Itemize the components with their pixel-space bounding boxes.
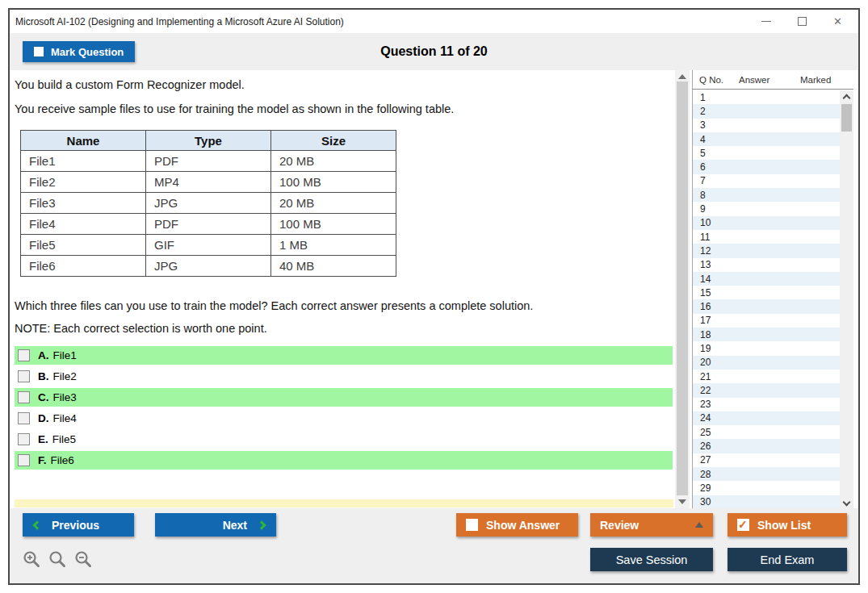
chevron-right-icon <box>257 520 266 529</box>
show-answer-label: Show Answer <box>486 519 560 532</box>
zoom-out-icon[interactable] <box>74 550 93 569</box>
show-answer-button[interactable]: Show Answer <box>456 513 578 537</box>
mark-question-button[interactable]: Mark Question <box>23 41 135 62</box>
table-cell: File1 <box>21 151 146 172</box>
close-icon[interactable]: ✕ <box>833 16 842 27</box>
end-exam-button[interactable]: End Exam <box>728 548 847 571</box>
question-list-row[interactable]: 17 <box>693 314 840 328</box>
question-list-row[interactable]: 9 <box>693 202 840 215</box>
previous-label: Previous <box>52 519 99 532</box>
question-list-row[interactable]: 6 <box>693 160 840 173</box>
question-list-row[interactable]: 1 <box>693 90 840 104</box>
question-list-row[interactable]: 11 <box>693 230 840 244</box>
mark-question-checkbox[interactable] <box>34 47 44 56</box>
question-list-row[interactable]: 19 <box>693 341 840 355</box>
show-list-button[interactable]: Show List <box>728 513 847 537</box>
question-number: 28 <box>693 469 732 480</box>
question-list-row[interactable]: 15 <box>693 286 840 299</box>
table-cell: 1 MB <box>271 235 396 256</box>
question-intro-line: You receive sample files to use for trai… <box>15 102 675 115</box>
option-checkbox[interactable] <box>18 391 30 403</box>
question-intro-line: You build a custom Form Recognizer model… <box>15 78 675 91</box>
list-scrollbar-thumb[interactable] <box>841 104 852 132</box>
question-list-row[interactable]: 3 <box>693 119 840 132</box>
option-checkbox[interactable] <box>18 370 30 382</box>
table-row: File3JPG20 MB <box>21 193 396 214</box>
list-scroll-down-icon[interactable] <box>843 499 851 507</box>
question-number: 25 <box>693 427 732 438</box>
question-list-row[interactable]: 13 <box>693 258 840 272</box>
list-scroll-up-icon[interactable] <box>843 94 851 102</box>
option-checkbox[interactable] <box>18 433 30 445</box>
question-number: 11 <box>693 232 732 243</box>
question-list-row[interactable]: 16 <box>693 299 840 313</box>
option-text: File5 <box>52 433 76 445</box>
list-scrollbar[interactable] <box>840 90 853 508</box>
question-list-row[interactable]: 10 <box>693 216 840 230</box>
question-list-row[interactable]: 5 <box>693 146 840 160</box>
answer-option-f[interactable]: F.File6 <box>15 451 673 470</box>
scroll-up-icon[interactable] <box>678 74 686 79</box>
question-list-row[interactable]: 27 <box>693 453 840 467</box>
content-scrollbar-thumb[interactable] <box>677 81 688 495</box>
question-list-row[interactable]: 4 <box>693 132 840 146</box>
option-text: File6 <box>51 454 74 466</box>
question-number: 21 <box>693 371 732 382</box>
answer-option-d[interactable]: D.File4 <box>15 409 673 428</box>
question-list-row[interactable]: 29 <box>693 481 840 495</box>
table-cell: 100 MB <box>271 172 396 193</box>
question-list-row[interactable]: 18 <box>693 328 840 341</box>
minimize-icon[interactable] <box>761 21 771 22</box>
question-list-row[interactable]: 7 <box>693 174 840 188</box>
next-button[interactable]: Next <box>155 513 276 537</box>
option-checkbox[interactable] <box>18 412 30 424</box>
question-list-row[interactable]: 20 <box>693 356 840 370</box>
maximize-icon[interactable] <box>798 17 807 26</box>
table-row: File5GIF1 MB <box>21 235 396 256</box>
question-prompt: Which three files can you use to train t… <box>15 299 675 312</box>
zoom-in-icon[interactable] <box>23 550 41 569</box>
question-number: 3 <box>693 119 732 131</box>
show-answer-checkbox[interactable] <box>466 519 478 531</box>
question-list-row[interactable]: 22 <box>693 383 840 397</box>
question-list-row[interactable]: 30 <box>693 495 840 508</box>
answer-option-a[interactable]: A.File1 <box>15 346 673 365</box>
scroll-down-icon[interactable] <box>678 499 686 504</box>
table-cell: File2 <box>21 172 146 193</box>
answer-option-b[interactable]: B.File2 <box>15 367 673 386</box>
answer-options: A.File1B.File2C.File3D.File4E.File5F.Fil… <box>15 346 673 470</box>
question-list-row[interactable]: 28 <box>693 467 840 481</box>
save-session-button[interactable]: Save Session <box>590 548 713 571</box>
app-window: Microsoft AI-102 (Designing and Implemen… <box>8 8 860 585</box>
mark-question-label: Mark Question <box>51 46 124 58</box>
question-list-row[interactable]: 25 <box>693 425 840 439</box>
question-list-row[interactable]: 21 <box>693 370 840 383</box>
zoom-reset-icon[interactable] <box>48 550 67 569</box>
answer-option-e[interactable]: E.File5 <box>15 430 673 449</box>
content-scrollbar[interactable] <box>675 70 690 508</box>
question-number: 16 <box>693 301 732 312</box>
show-list-checkbox[interactable] <box>737 519 749 531</box>
question-list-row[interactable]: 23 <box>693 398 840 411</box>
option-letter: C. <box>38 391 49 403</box>
window-title: Microsoft AI-102 (Designing and Implemen… <box>15 16 344 27</box>
answer-option-c[interactable]: C.File3 <box>15 388 673 407</box>
column-header-answer: Answer <box>739 75 800 85</box>
review-button[interactable]: Review <box>590 513 713 537</box>
option-checkbox[interactable] <box>18 454 30 466</box>
question-list-row[interactable]: 24 <box>693 411 840 425</box>
window-controls: ✕ <box>761 16 858 27</box>
previous-button[interactable]: Previous <box>23 513 134 537</box>
question-list-row[interactable]: 8 <box>693 188 840 202</box>
question-list-row[interactable]: 2 <box>693 104 840 118</box>
question-number: 8 <box>693 190 732 201</box>
file-table: NameTypeSize File1PDF20 MBFile2MP4100 MB… <box>20 130 396 277</box>
content-area: You build a custom Form Recognizer model… <box>10 70 858 508</box>
option-text: File1 <box>53 349 77 361</box>
question-list-row[interactable]: 26 <box>693 439 840 453</box>
question-list-row[interactable]: 12 <box>693 244 840 257</box>
question-list-row[interactable]: 14 <box>693 272 840 286</box>
footer-bar: Previous Next Show Answer Review Show Li… <box>10 508 858 583</box>
question-number: 5 <box>693 148 732 159</box>
option-checkbox[interactable] <box>18 349 30 361</box>
